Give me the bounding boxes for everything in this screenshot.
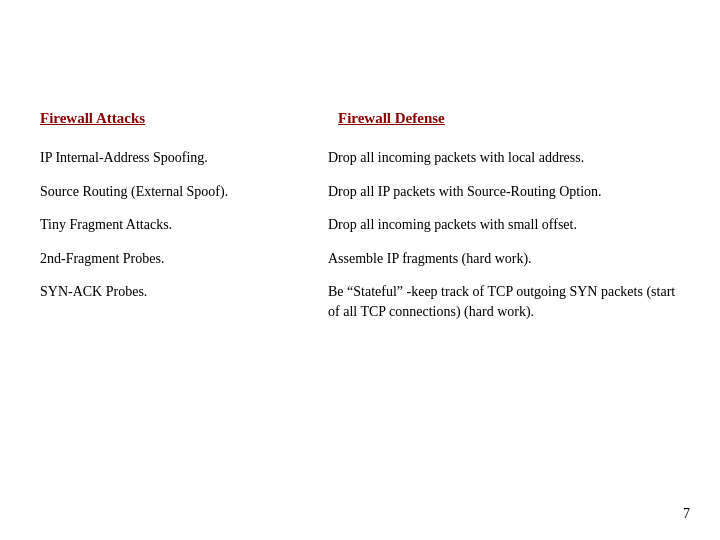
header-row: Firewall Attacks Firewall Defense — [40, 110, 680, 141]
page-number: 7 — [683, 506, 690, 522]
defense-column-header: Firewall Defense — [338, 110, 445, 126]
table-row: IP Internal-Address Spoofing.Drop all in… — [40, 141, 680, 175]
slide-content: Firewall Attacks Firewall Defense IP Int… — [40, 110, 680, 329]
defense-cell-2: Drop all incoming packets with small off… — [328, 208, 680, 242]
attack-cell-2: Tiny Fragment Attacks. — [40, 208, 328, 242]
attack-cell-1: Source Routing (External Spoof). — [40, 175, 328, 209]
defense-cell-1: Drop all IP packets with Source-Routing … — [328, 175, 680, 209]
table-row: SYN-ACK Probes.Be “Stateful” -keep track… — [40, 275, 680, 328]
attack-cell-3: 2nd-Fragment Probes. — [40, 242, 328, 276]
attack-cell-4: SYN-ACK Probes. — [40, 275, 328, 328]
defense-cell-4: Be “Stateful” -keep track of TCP outgoin… — [328, 275, 680, 328]
attacks-column-header: Firewall Attacks — [40, 110, 145, 126]
defense-header-cell: Firewall Defense — [328, 110, 680, 141]
attacks-header-cell: Firewall Attacks — [40, 110, 328, 141]
table-row: Source Routing (External Spoof).Drop all… — [40, 175, 680, 209]
table-row: Tiny Fragment Attacks.Drop all incoming … — [40, 208, 680, 242]
table-row: 2nd-Fragment Probes.Assemble IP fragment… — [40, 242, 680, 276]
content-table: Firewall Attacks Firewall Defense IP Int… — [40, 110, 680, 329]
attack-cell-0: IP Internal-Address Spoofing. — [40, 141, 328, 175]
defense-cell-0: Drop all incoming packets with local add… — [328, 141, 680, 175]
defense-cell-3: Assemble IP fragments (hard work). — [328, 242, 680, 276]
